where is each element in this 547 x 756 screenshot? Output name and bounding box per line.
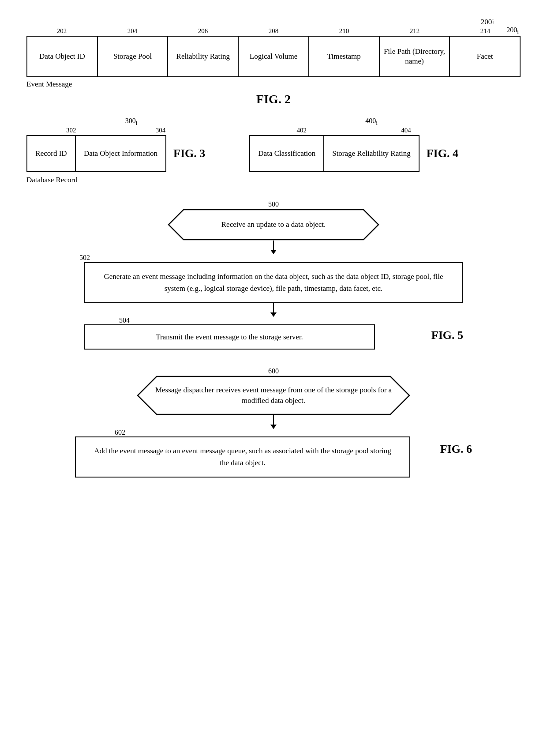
fig6-ref-602: 602: [115, 429, 125, 436]
fig2-cell-5: File Path (Directory, name): [380, 37, 450, 76]
fig6-title: FIG. 6: [440, 443, 472, 456]
fig5-arrow-1: [273, 241, 274, 254]
fig2-cell-3: Logical Volume: [239, 37, 309, 76]
fig2-col-numbers-row: 202 204 206 208 210 212 214: [26, 27, 521, 35]
fig5-node-504: Transmit the event message to the storag…: [84, 324, 375, 350]
fig6-arrow-1: [273, 415, 274, 429]
fig5-arrow-2: [273, 303, 274, 316]
fig2-cell-0: Data Object ID: [27, 37, 98, 76]
fig5-node-500: Receive an update to a data object.: [168, 209, 379, 241]
fig3-title: FIG. 3: [173, 147, 205, 160]
fig4-cell-1: Storage Reliability Rating: [324, 136, 419, 171]
fig3-ref-main: 300i: [125, 117, 138, 127]
fig6-node-600: Message dispatcher receives event messag…: [137, 376, 410, 415]
fig4-section: 400i 402 404 Data Classification Storage…: [249, 117, 458, 172]
fig3-table: Record ID Data Object Information: [26, 135, 166, 172]
fig4-table: Data Classification Storage Reliability …: [249, 135, 419, 172]
fig5-title: FIG. 5: [431, 329, 463, 342]
fig3-cell-1: Data Object Information: [76, 136, 165, 171]
fig5-node-502: Generate an event message including info…: [84, 262, 463, 303]
fig5-ref-500: 500: [268, 200, 279, 208]
fig5-section: 500 Receive an update to a data object. …: [26, 200, 521, 350]
fig5-ref-502: 502: [79, 254, 90, 261]
fig6-ref-600: 600: [268, 367, 279, 375]
fig2-cell-2: Reliability Rating: [168, 37, 239, 76]
fig4-cell-0: Data Classification: [250, 136, 324, 171]
fig2-table: Data Object ID Storage Pool Reliability …: [26, 36, 521, 77]
fig3-cell-0: Record ID: [27, 136, 76, 171]
fig2-cell-4: Timestamp: [309, 37, 380, 76]
fig2-section: 200i 202 204 206 208 210 212 214 200i Da…: [26, 18, 521, 89]
fig4-ref-main: 400i: [365, 117, 378, 127]
fig5-ref-504: 504: [119, 316, 130, 324]
fig2-event-msg-label: Event Message: [26, 80, 521, 89]
fig6-node-602: Add the event message to an event messag…: [75, 436, 410, 478]
fig2-ref-main: 200i: [481, 18, 494, 26]
fig2-cell-1: Storage Pool: [98, 37, 169, 76]
fig34-row: 300i 302 304 Record ID Data Object Infor…: [26, 117, 521, 172]
fig6-section: 600 Message dispatcher receives event me…: [26, 367, 521, 478]
fig2-200i-label: 200i: [506, 26, 519, 36]
database-record-label: Database Record: [26, 176, 521, 184]
fig2-cell-6: Facet: [450, 37, 520, 76]
fig2-title: FIG. 2: [26, 92, 521, 106]
fig3-section: 300i 302 304 Record ID Data Object Infor…: [26, 117, 205, 172]
fig4-title: FIG. 4: [427, 147, 458, 160]
